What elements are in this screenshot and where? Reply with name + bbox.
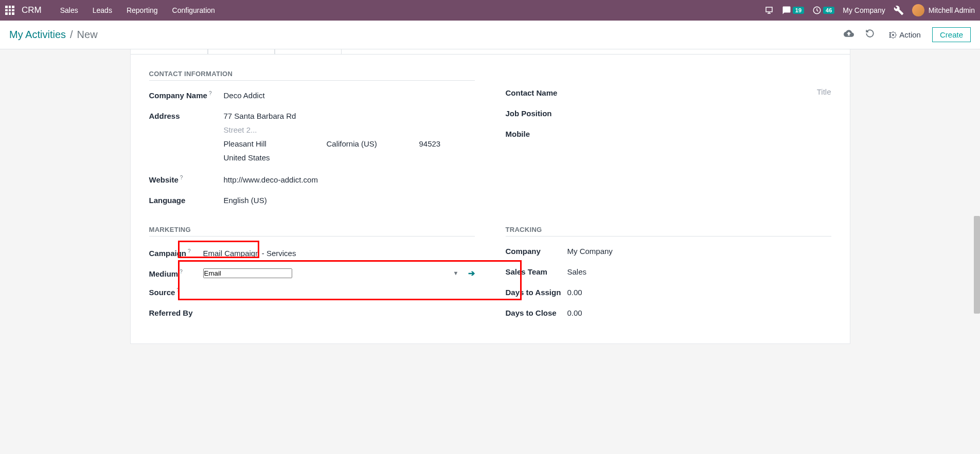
scrollbar-thumb[interactable] — [974, 216, 980, 314]
address-state[interactable]: California (US) — [327, 139, 399, 148]
label-company-name: Company Name — [149, 90, 224, 100]
nav-configuration[interactable]: Configuration — [165, 6, 222, 14]
activities-icon[interactable]: 46 — [812, 6, 834, 15]
address-zip[interactable]: 94523 — [419, 139, 441, 148]
breadcrumb: My Activities / New — [9, 29, 98, 41]
field-campaign: Campaign Email Campaign - Services — [149, 246, 475, 259]
value-website[interactable]: http://www.deco-addict.com — [224, 174, 475, 184]
control-panel-right: Action Create — [844, 27, 971, 42]
main: Contact Information Company Name Deco Ad… — [0, 49, 980, 354]
label-job-position: Job Position — [506, 108, 567, 118]
company-switcher[interactable]: My Company — [843, 6, 885, 14]
discard-icon[interactable] — [865, 29, 875, 41]
label-contact-name: Contact Name — [506, 87, 567, 97]
field-days-assign: Days to Assign 0.00 — [506, 287, 831, 300]
field-sales-team: Sales Team Sales — [506, 266, 831, 280]
user-name: Mitchell Admin — [929, 6, 975, 14]
field-company-name: Company Name Deco Addict — [149, 90, 475, 103]
value-language[interactable]: English (US) — [224, 195, 475, 205]
caret-down-icon[interactable]: ▼ — [453, 270, 459, 276]
label-campaign: Campaign — [149, 248, 203, 258]
label-language: Language — [149, 195, 224, 205]
debug-icon[interactable] — [894, 5, 904, 15]
address-city-row: Pleasant Hill California (US) 94523 — [224, 139, 475, 148]
field-website: Website http://www.deco-addict.com — [149, 174, 475, 188]
tracking-section-title: Tracking — [506, 226, 831, 237]
medium-input-wrap: ▼ ➔ — [203, 268, 475, 278]
value-job-position[interactable] — [567, 108, 831, 109]
address-country[interactable]: United States — [224, 153, 475, 162]
field-referred-by: Referred By — [149, 307, 475, 321]
medium-m2o — [203, 268, 448, 278]
action-label: Action — [899, 30, 921, 39]
label-days-assign: Days to Assign — [506, 287, 567, 297]
label-mobile: Mobile — [506, 129, 567, 138]
address-city[interactable]: Pleasant Hill — [224, 139, 306, 148]
action-dropdown[interactable]: Action — [886, 30, 921, 39]
label-referred-by: Referred By — [149, 307, 203, 317]
field-contact-name: Contact Name Title — [506, 87, 831, 101]
tab-stub-3[interactable] — [275, 49, 342, 55]
tab-stub-2[interactable] — [208, 49, 275, 55]
navbar: CRM Sales Leads Reporting Configuration … — [0, 0, 980, 21]
nav-leads[interactable]: Leads — [85, 6, 119, 14]
tab-stub-1[interactable] — [141, 49, 208, 55]
label-medium: Medium — [149, 268, 203, 278]
marketing-section-title: Marketing — [149, 226, 475, 237]
form-sheet: Contact Information Company Name Deco Ad… — [130, 49, 850, 344]
messages-badge: 19 — [793, 7, 804, 14]
value-days-assign[interactable]: 0.00 — [567, 287, 831, 297]
field-medium: Medium ▼ ➔ — [149, 266, 475, 280]
label-address: Address — [149, 111, 224, 120]
marketing-tracking-section: Marketing Campaign Email Campaign - Serv… — [149, 226, 831, 328]
create-button[interactable]: Create — [932, 27, 971, 42]
avatar — [912, 4, 924, 16]
address-street[interactable]: 77 Santa Barbara Rd — [224, 112, 475, 120]
user-menu[interactable]: Mitchell Admin — [912, 4, 975, 16]
field-job-position: Job Position — [506, 108, 831, 121]
medium-input[interactable] — [203, 268, 292, 278]
activities-badge: 46 — [823, 7, 834, 14]
control-panel: My Activities / New Action Create — [0, 21, 980, 49]
contact-section-title: Contact Information — [149, 70, 475, 81]
address-street2[interactable]: Street 2... — [224, 125, 475, 134]
value-mobile[interactable] — [567, 129, 831, 130]
form-content: Contact Information Company Name Deco Ad… — [131, 55, 850, 328]
value-contact-name[interactable] — [567, 87, 780, 88]
field-mobile: Mobile — [506, 129, 831, 142]
title-placeholder[interactable]: Title — [780, 87, 831, 96]
value-days-close[interactable]: 0.00 — [567, 307, 831, 317]
nav-sales[interactable]: Sales — [53, 6, 85, 14]
value-source[interactable] — [203, 287, 475, 288]
value-company-name[interactable]: Deco Addict — [224, 90, 475, 100]
nav-reporting[interactable]: Reporting — [119, 6, 165, 14]
messaging-icon[interactable]: 19 — [782, 6, 804, 15]
contact-left-col: Contact Information Company Name Deco Ad… — [149, 70, 475, 215]
tracking-col: Tracking Company My Company Sales Team S… — [506, 226, 831, 328]
field-source: Source — [149, 287, 475, 300]
label-days-close: Days to Close — [506, 307, 567, 317]
value-sales-team[interactable]: Sales — [567, 266, 831, 276]
contact-section: Contact Information Company Name Deco Ad… — [149, 70, 831, 215]
value-referred-by[interactable] — [203, 307, 475, 308]
navbar-left: CRM Sales Leads Reporting Configuration — [5, 5, 222, 15]
value-address: 77 Santa Barbara Rd Street 2... Pleasant… — [224, 111, 475, 167]
label-source: Source — [149, 287, 203, 297]
brand[interactable]: CRM — [22, 5, 42, 15]
field-company: Company My Company — [506, 246, 831, 259]
cloud-upload-icon[interactable] — [844, 28, 854, 41]
value-campaign[interactable]: Email Campaign - Services — [203, 248, 475, 258]
contact-right-col: Contact Name Title Job Position Mobile — [506, 70, 831, 215]
breadcrumb-current: New — [77, 29, 98, 41]
navbar-right: 19 46 My Company Mitchell Admin — [764, 4, 975, 16]
external-link-icon[interactable]: ➔ — [468, 268, 475, 278]
field-days-close: Days to Close 0.00 — [506, 307, 831, 321]
svg-point-1 — [893, 34, 895, 36]
label-website: Website — [149, 174, 224, 184]
marketing-col: Marketing Campaign Email Campaign - Serv… — [149, 226, 475, 328]
apps-menu-icon[interactable] — [5, 6, 14, 15]
breadcrumb-parent[interactable]: My Activities — [9, 29, 66, 41]
value-company[interactable]: My Company — [567, 246, 831, 256]
phone-icon[interactable] — [764, 6, 774, 15]
tabs — [131, 49, 850, 55]
